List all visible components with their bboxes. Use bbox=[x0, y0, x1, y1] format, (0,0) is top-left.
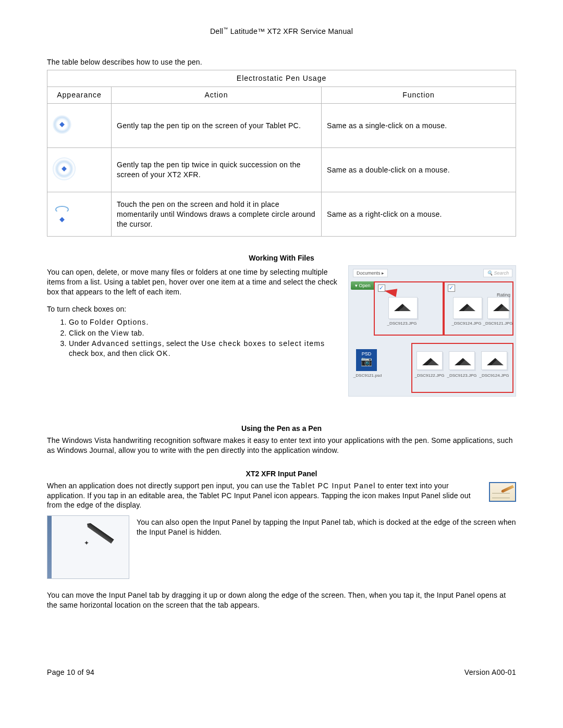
file-thumb-icon bbox=[449, 351, 475, 370]
pen-usage-table: Electrostatic Pen Usage Appearance Actio… bbox=[47, 70, 516, 237]
step-text: . bbox=[168, 349, 170, 357]
action-cell: Touch the pen on the screen and hold it … bbox=[112, 192, 322, 237]
search-box: 🔍 Search bbox=[483, 269, 512, 277]
function-cell: Same as a right-click on a mouse. bbox=[322, 192, 516, 237]
file-name: _DSC9123.JPG bbox=[386, 321, 418, 327]
action-cell: Gently tap the pen tip on the screen of … bbox=[112, 104, 322, 148]
brand: Dell bbox=[210, 27, 223, 35]
page-header: Dell™ Latitude™ XT2 XFR Service Manual bbox=[47, 26, 516, 36]
using-pen-heading: Using the Pen as a Pen bbox=[47, 424, 516, 434]
product-name: Latitude™ XT2 XFR Service Manual bbox=[228, 27, 353, 35]
table-row: Gently tap the pen tip twice in quick su… bbox=[47, 148, 516, 192]
step-text: . bbox=[146, 318, 149, 326]
step-text: , select the bbox=[162, 339, 202, 348]
table-row: Touch the pen on the screen and hold it … bbox=[47, 192, 516, 237]
input-panel-p1: When an application does not directly su… bbox=[47, 481, 516, 511]
page-footer: Page 10 of 94 Version A00-01 bbox=[47, 668, 516, 677]
table-title-row: Electrostatic Pen Usage bbox=[47, 70, 516, 87]
open-button: ▾ Open bbox=[351, 281, 375, 290]
table-header-row: Appearance Action Function bbox=[47, 87, 516, 104]
hold-ring-icon bbox=[55, 206, 69, 213]
ip-text: When an application does not directly su… bbox=[47, 482, 292, 490]
tm: ™ bbox=[223, 27, 228, 32]
appearance-cell bbox=[47, 192, 112, 237]
file-thumb-icon bbox=[388, 297, 418, 319]
file-name: _DSC9121.JPG bbox=[482, 321, 513, 327]
sparkle-icon: ✦ bbox=[84, 539, 89, 547]
col-appearance-header: Appearance bbox=[47, 87, 112, 104]
step-text: Click on the bbox=[69, 329, 111, 337]
working-with-files-block: Documents ▸ 🔍 Search ▾ Open Rating PSD _… bbox=[47, 265, 516, 397]
explorer-screenshot: Documents ▸ 🔍 Search ▾ Open Rating PSD _… bbox=[348, 265, 516, 397]
version-label: Version A00-01 bbox=[464, 668, 516, 677]
action-cell: Gently tap the pen tip twice in quick su… bbox=[112, 148, 322, 192]
step-text: tab. bbox=[129, 329, 144, 337]
input-panel-icon bbox=[489, 482, 516, 502]
ip-term: Tablet PC Input Panel bbox=[292, 482, 376, 490]
checkbox-icon bbox=[448, 285, 455, 292]
col-action-header: Action bbox=[112, 87, 322, 104]
intro-text: The table below describes how to use the… bbox=[47, 57, 516, 67]
step-text: Under bbox=[69, 339, 92, 348]
step-term: Use check boxes to select items bbox=[201, 339, 325, 348]
step-term: OK bbox=[156, 349, 168, 357]
function-cell: Same as a single-click on a mouse. bbox=[322, 104, 516, 148]
psd-file-icon: PSD bbox=[356, 349, 377, 371]
using-pen-paragraph: The Windows Vista handwriting recognitio… bbox=[47, 436, 516, 455]
working-with-files-heading: Working With Files bbox=[47, 253, 516, 263]
file-name: _DSC9122.JPG bbox=[414, 373, 445, 379]
input-panel-heading: XT2 XFR Input Panel bbox=[47, 469, 516, 479]
col-function-header: Function bbox=[322, 87, 516, 104]
open-label: Open bbox=[359, 283, 371, 288]
file-thumb-icon bbox=[453, 297, 482, 319]
search-placeholder: Search bbox=[494, 270, 509, 276]
stylus-icon bbox=[85, 522, 114, 544]
function-cell: Same as a double-click on a mouse. bbox=[322, 148, 516, 192]
single-tap-icon bbox=[53, 115, 71, 134]
appearance-cell bbox=[47, 104, 112, 148]
breadcrumb: Documents ▸ bbox=[353, 269, 388, 277]
double-tap-icon bbox=[53, 157, 76, 180]
table-title: Electrostatic Pen Usage bbox=[47, 70, 516, 87]
file-thumb-icon bbox=[417, 351, 443, 370]
page-number: Page 10 of 94 bbox=[47, 668, 94, 677]
screen-edge-icon bbox=[47, 516, 52, 578]
appearance-cell bbox=[47, 148, 112, 192]
file-name: _DSC9121.psd bbox=[352, 373, 383, 379]
file-name: _DSC9123.JPG bbox=[447, 373, 477, 379]
input-panel-tab-image: ✦ bbox=[47, 515, 129, 579]
file-name: _DSC9124.JPG bbox=[479, 373, 509, 379]
hold-dot-icon bbox=[59, 217, 65, 222]
hold-tap-icon bbox=[53, 203, 71, 224]
table-row: Gently tap the pen tip on the screen of … bbox=[47, 104, 516, 148]
input-panel-p3: You can move the Input Panel tab by drag… bbox=[47, 590, 516, 610]
file-thumb-icon bbox=[487, 297, 509, 319]
step-term: View bbox=[111, 329, 129, 337]
step-term: Folder Options bbox=[90, 318, 146, 326]
input-panel-block: When an application does not directly su… bbox=[47, 481, 516, 610]
file-thumb-icon bbox=[481, 351, 507, 370]
file-name: _DSC9124.JPG bbox=[451, 321, 482, 327]
step-term: Advanced settings bbox=[92, 339, 162, 348]
step-text: Go to bbox=[69, 318, 90, 326]
step-text: check box, and then click bbox=[69, 349, 156, 357]
